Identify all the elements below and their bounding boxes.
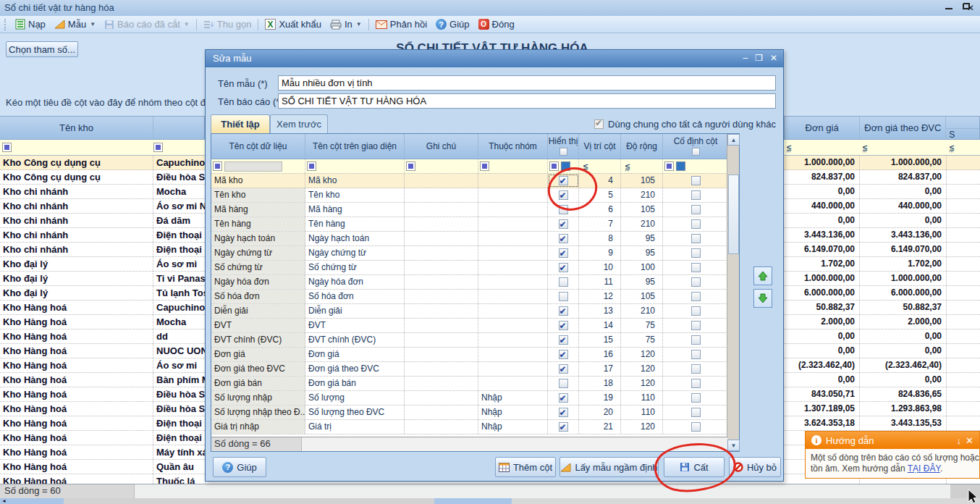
table-row[interactable]: Kho Công cụ dụng cụ Điều hòa SH: [0, 170, 205, 185]
filter-icon[interactable]: [406, 161, 415, 171]
table-row[interactable]: 0,00 0,00: [784, 214, 980, 228]
cell-group[interactable]: Nhập: [478, 391, 548, 405]
cell-note[interactable]: [405, 232, 478, 245]
filter-icon[interactable]: [549, 161, 559, 171]
config-row[interactable]: Ngày chứng từ Ngày chứng từ 9 95: [211, 246, 739, 261]
dialog-titlebar[interactable]: Sửa mẫu – ❒ ✕: [206, 50, 783, 67]
cell-position[interactable]: 6: [579, 203, 621, 217]
cell-note[interactable]: [405, 362, 478, 376]
table-row[interactable]: Kho Hàng hoá Capuchino: [0, 301, 205, 315]
table-row[interactable]: Kho Hàng hoá Máy tính xác: [0, 445, 205, 460]
guide-panel-header[interactable]: i Hướng dẫn ↓ ✕: [806, 432, 979, 449]
cell-fixed[interactable]: [663, 377, 728, 390]
visible-checkbox[interactable]: [559, 205, 568, 214]
config-row[interactable]: Giá trị nhập Giá trị Nhập 21 120: [211, 420, 739, 434]
cell-width[interactable]: 120: [621, 420, 663, 434]
cell-visible[interactable]: [548, 261, 579, 274]
fixed-checkbox[interactable]: [691, 190, 701, 200]
cell-group[interactable]: [478, 275, 548, 289]
cell-visible[interactable]: [548, 246, 579, 260]
cell-visible[interactable]: [548, 232, 579, 245]
cell-visible[interactable]: [548, 203, 579, 217]
cell-ui-col[interactable]: Số chứng từ: [305, 261, 405, 274]
tab-thiet-lap[interactable]: Thiết lập: [211, 114, 270, 133]
cell-position[interactable]: 4: [579, 174, 621, 188]
cell-note[interactable]: [405, 348, 478, 361]
table-row[interactable]: 0,00 0,00: [784, 329, 980, 344]
cell-group[interactable]: [478, 246, 548, 260]
fixed-checkbox[interactable]: [691, 306, 701, 316]
cell-ui-col[interactable]: Giá trị: [305, 420, 405, 434]
table-row[interactable]: Kho Hàng hoá Áo sơ mi: [0, 358, 205, 373]
cell-group[interactable]: [478, 217, 548, 231]
cell-note[interactable]: [405, 333, 478, 347]
close-icon[interactable]: ✕: [967, 3, 974, 13]
fixed-checkbox[interactable]: [691, 379, 701, 388]
fixed-checkbox[interactable]: [691, 234, 701, 243]
column-header-ten-kho[interactable]: Tên kho: [0, 117, 153, 139]
visible-checkbox[interactable]: [559, 408, 568, 417]
table-row[interactable]: Kho Hàng hoá Điều hòa SH: [0, 402, 205, 416]
table-row[interactable]: Kho Hàng hoá Quần âu: [0, 460, 205, 474]
cell-ui-col[interactable]: Tên kho: [305, 188, 405, 202]
cell-group[interactable]: Nhập: [478, 420, 548, 434]
fixed-checkbox[interactable]: [691, 292, 701, 301]
table-row[interactable]: 0,00 0,00: [784, 373, 980, 387]
header-position[interactable]: Vị trí cột: [579, 134, 621, 159]
cell-fixed[interactable]: [663, 304, 728, 318]
header-group[interactable]: Thuộc nhóm: [478, 134, 548, 159]
table-row[interactable]: Kho Hàng hoá Mocha: [0, 315, 205, 329]
cell-position[interactable]: 12: [579, 290, 621, 303]
cell-width[interactable]: 75: [621, 319, 663, 332]
config-row[interactable]: Đơn giá Đơn giá 16 120: [211, 348, 739, 362]
ten-mau-input[interactable]: Mẫu nhiều đơn vị tính: [278, 75, 776, 91]
cell-fixed[interactable]: [663, 362, 728, 376]
cell-visible[interactable]: [548, 362, 579, 376]
cell-width[interactable]: 95: [621, 232, 663, 245]
table-row[interactable]: 440.000,00 440.000,00: [784, 199, 980, 214]
cell-note[interactable]: [405, 377, 478, 390]
toolbar-button-in[interactable]: In▼: [326, 17, 366, 31]
cell-position[interactable]: 16: [579, 348, 621, 361]
table-row[interactable]: Kho Hàng hoá Điều hòa SH: [0, 387, 205, 402]
cell-fixed[interactable]: [663, 275, 728, 289]
guide-close-icon[interactable]: ✕: [966, 435, 973, 446]
cell-group[interactable]: [478, 319, 548, 332]
cell-group[interactable]: [478, 232, 548, 245]
cell-width[interactable]: 95: [621, 246, 663, 260]
cell-position[interactable]: 17: [579, 362, 621, 376]
cell-width[interactable]: 105: [621, 174, 663, 188]
filter-checkbox-icon[interactable]: [561, 161, 570, 171]
cell-fixed[interactable]: [663, 348, 728, 361]
toolbar-button-xuat-khau[interactable]: X Xuất khẩu: [261, 17, 326, 31]
cell-width[interactable]: 120: [621, 348, 663, 361]
cell-ui-col[interactable]: Diễn giải: [305, 304, 405, 318]
header-visible[interactable]: Hiển thị: [548, 134, 579, 159]
cell-fixed[interactable]: [663, 391, 728, 405]
cell-visible[interactable]: [548, 319, 579, 332]
fixed-checkbox[interactable]: [691, 350, 701, 359]
cell-group[interactable]: [478, 362, 548, 376]
visible-checkbox[interactable]: [559, 321, 568, 330]
toolbar-button-thu-gon[interactable]: Thu gọn: [199, 17, 256, 31]
visible-checkbox[interactable]: [559, 219, 568, 229]
config-row[interactable]: ĐVT ĐVT 14 75: [211, 319, 739, 333]
cell-width[interactable]: 100: [621, 261, 663, 274]
add-column-button[interactable]: Thêm cột: [495, 457, 556, 477]
table-row[interactable]: Kho chi nhánh Áo sơ mi Nữ: [0, 199, 205, 214]
cell-group[interactable]: [478, 174, 548, 188]
cell-ui-col[interactable]: Ngày chứng từ: [305, 246, 405, 260]
guide-minimize-icon[interactable]: ↓: [957, 435, 962, 446]
table-row[interactable]: 1.307.189,05 1.293.863,98: [784, 402, 980, 416]
config-row[interactable]: Đơn giá bán Đơn giá bán 18 120: [211, 377, 739, 391]
filter-icon[interactable]: [213, 161, 222, 171]
filter-icon[interactable]: [664, 161, 674, 171]
cell-position[interactable]: 19: [579, 391, 621, 405]
table-row[interactable]: 2.000,00 2.000,00: [784, 315, 980, 329]
visible-checkbox[interactable]: [559, 263, 568, 272]
cell-ui-col[interactable]: Đơn giá theo ĐVC: [305, 362, 405, 376]
cell-group[interactable]: [478, 261, 548, 274]
cell-ui-col[interactable]: Ngày hạch toán: [305, 232, 405, 245]
visible-checkbox[interactable]: [559, 393, 568, 403]
cell-visible[interactable]: [548, 304, 579, 318]
